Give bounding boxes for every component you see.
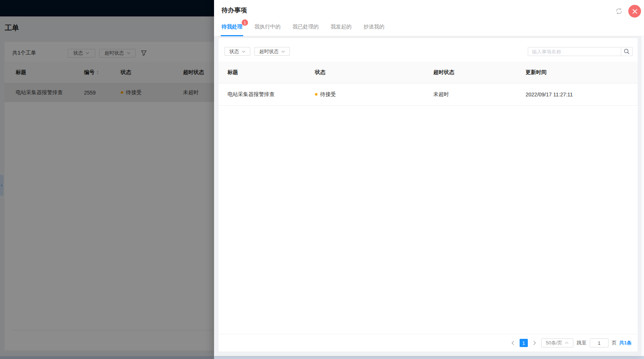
prev-page-button[interactable] [510,339,516,347]
search-input[interactable] [528,47,621,56]
todo-drawer: 待办事项 待我处理 1 [214,0,644,356]
todo-card: 状态 超时状态 [219,38,638,352]
cell-timeout: 未超时 [433,91,526,98]
jump-label: 跳至 [577,340,586,346]
jump-page-input[interactable] [590,338,609,347]
header-title: 标题 [227,69,315,76]
status-dot-icon [315,93,318,96]
drawer-body: 状态 超时状态 [214,36,644,356]
tab-initiated[interactable]: 我发起的 [331,18,352,36]
tab-pending-mine[interactable]: 待我处理 1 [222,18,242,36]
refresh-icon [615,7,623,15]
cell-title: 电站采集器报警排查 [227,91,315,98]
cell-updated: 2022/09/17 11:27:11 [526,92,638,98]
drawer-scrollbar-gutter [641,36,644,356]
chevron-down-icon [281,50,285,53]
close-drawer-button[interactable] [628,5,641,18]
drawer-title: 待办事项 [222,6,247,15]
tab-label: 我发起的 [331,24,352,30]
tab-executing[interactable]: 我执行中的 [254,18,281,36]
search-button[interactable] [621,47,633,56]
status-label: 待接受 [320,91,336,98]
page-unit-label: 页 [612,340,617,346]
cell-status: 待接受 [315,91,433,98]
tab-processed[interactable]: 我已处理的 [292,18,319,36]
page-number-button[interactable]: 1 [520,339,528,347]
chevron-left-icon [511,341,514,345]
chevron-right-icon [533,341,536,345]
tab-badge: 1 [242,19,248,26]
tab-label: 我执行中的 [254,24,281,30]
header-updated: 更新时间 [526,69,638,76]
status-filter-button[interactable]: 状态 [225,47,250,56]
tab-label: 抄送我的 [363,24,384,30]
tab-cc-me[interactable]: 抄送我的 [363,18,384,36]
page-size-label: 50条/页 [546,340,562,346]
chevron-up-icon [565,342,569,344]
page-size-select[interactable]: 50条/页 [541,338,573,347]
search-icon [623,48,630,55]
header-timeout: 超时状态 [433,69,526,76]
next-page-button[interactable] [531,339,538,347]
drawer-tabs: 待我处理 1 我执行中的 我已处理的 我发起的 抄送我的 [214,18,644,36]
todo-filters: 状态 超时状态 [225,47,290,56]
todo-table-header: 标题 状态 超时状态 更新时间 [219,62,638,83]
total-count: 共1条 [619,340,632,346]
pagination: 1 50条/页 跳至 页 共1条 [219,334,638,352]
todo-table-row[interactable]: 电站采集器报警排查 待接受 未超时 2022/09/17 11:27:11 [219,83,638,106]
header-status: 状态 [315,69,433,76]
tab-label: 我已处理的 [292,24,319,30]
timeout-filter-button[interactable]: 超时状态 [254,47,290,56]
search-group [528,47,633,56]
status-filter-label: 状态 [229,48,239,55]
close-icon [632,9,637,14]
drawer-mask[interactable] [0,0,214,359]
drawer-header: 待办事项 [214,0,644,18]
refresh-button[interactable] [615,7,623,15]
timeout-filter-label: 超时状态 [259,48,279,55]
tab-label: 待我处理 [222,24,242,30]
chevron-down-icon [242,50,245,53]
